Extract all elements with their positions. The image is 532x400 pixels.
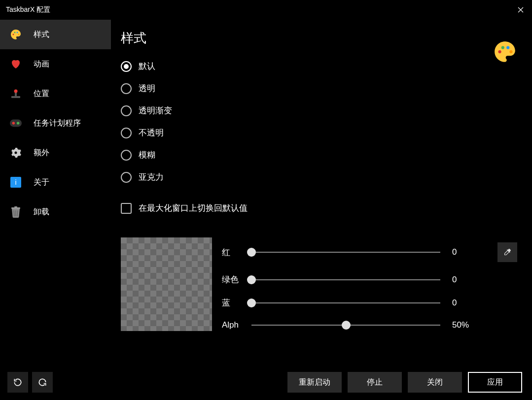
info-icon: i bbox=[10, 176, 22, 188]
slider-value-red: 0 bbox=[452, 247, 477, 257]
svg-point-19 bbox=[501, 46, 504, 49]
undo-button[interactable] bbox=[7, 372, 28, 393]
sidebar-item-label: 关于 bbox=[34, 177, 49, 188]
radio-opaque[interactable]: 不透明 bbox=[121, 127, 517, 138]
radio-acrylic[interactable]: 亚克力 bbox=[121, 171, 517, 183]
checkbox-switch-on-maximize[interactable]: 在最大化窗口上切换回默认值 bbox=[121, 202, 517, 214]
palette-icon bbox=[10, 29, 22, 40]
svg-point-10 bbox=[15, 152, 17, 154]
slider-green[interactable] bbox=[251, 279, 440, 280]
checkbox-icon bbox=[121, 203, 132, 214]
slider-label-blue: 蓝 bbox=[222, 297, 246, 308]
svg-point-0 bbox=[13, 34, 14, 35]
stop-button[interactable]: 停止 bbox=[348, 372, 402, 393]
radio-label: 亚克力 bbox=[139, 171, 164, 183]
checkbox-label: 在最大化窗口上切换回默认值 bbox=[139, 202, 248, 214]
undo-icon bbox=[13, 377, 23, 387]
slider-alpha[interactable] bbox=[251, 325, 440, 326]
sidebar-item-extra[interactable]: 额外 bbox=[0, 138, 111, 167]
svg-point-21 bbox=[509, 50, 512, 53]
svg-point-3 bbox=[18, 34, 20, 35]
svg-point-18 bbox=[498, 50, 501, 53]
sidebar-item-label: 卸载 bbox=[34, 207, 49, 217]
slider-label-red: 红 bbox=[222, 247, 246, 258]
radio-label: 模糊 bbox=[139, 149, 155, 161]
apply-button[interactable]: 应用 bbox=[468, 372, 522, 393]
joystick-icon bbox=[10, 88, 22, 100]
radio-label: 不透明 bbox=[139, 127, 164, 138]
eyedropper-button[interactable] bbox=[497, 242, 517, 262]
slider-value-blue: 0 bbox=[452, 298, 477, 308]
main-panel: 样式 默认 透明 透明渐变 不透明 模糊 bbox=[111, 20, 532, 400]
sidebar: 样式 动画 位置 任务计划程序 bbox=[0, 20, 111, 400]
sidebar-item-position[interactable]: 位置 bbox=[0, 79, 111, 108]
svg-text:i: i bbox=[15, 178, 16, 186]
sidebar-item-label: 位置 bbox=[34, 89, 49, 99]
page-title: 样式 bbox=[121, 30, 517, 47]
close-icon bbox=[518, 7, 524, 13]
slider-label-green: 绿色 bbox=[222, 274, 246, 285]
sidebar-item-about[interactable]: i 关于 bbox=[0, 167, 111, 197]
heart-icon bbox=[10, 58, 22, 70]
radio-circle-icon bbox=[121, 128, 132, 138]
svg-point-6 bbox=[14, 90, 18, 93]
slider-red[interactable] bbox=[251, 252, 440, 253]
sidebar-item-label: 任务计划程序 bbox=[34, 118, 81, 129]
titlebar: TaskbarX 配置 bbox=[0, 0, 532, 20]
radio-default[interactable]: 默认 bbox=[121, 61, 517, 72]
close-app-button[interactable]: 关闭 bbox=[408, 372, 462, 393]
slider-label-alpha: Alph bbox=[222, 320, 246, 330]
svg-point-8 bbox=[12, 122, 15, 125]
radio-label: 透明 bbox=[139, 83, 155, 94]
refresh-icon bbox=[37, 377, 47, 387]
radio-blur[interactable]: 模糊 bbox=[121, 149, 517, 161]
sidebar-item-uninstall[interactable]: 卸载 bbox=[0, 197, 111, 227]
slider-blue[interactable] bbox=[251, 302, 440, 303]
trash-icon bbox=[10, 206, 22, 218]
radio-circle-icon bbox=[121, 105, 132, 116]
svg-rect-14 bbox=[14, 206, 17, 207]
svg-rect-13 bbox=[11, 207, 20, 209]
svg-point-9 bbox=[17, 122, 20, 125]
color-preview bbox=[121, 237, 212, 331]
radio-circle-icon bbox=[121, 83, 132, 94]
sidebar-item-scheduler[interactable]: 任务计划程序 bbox=[0, 108, 111, 138]
radio-transparent[interactable]: 透明 bbox=[121, 83, 517, 94]
window-title: TaskbarX 配置 bbox=[6, 5, 50, 14]
radio-circle-icon bbox=[121, 172, 132, 183]
sidebar-item-style[interactable]: 样式 bbox=[0, 20, 111, 49]
slider-value-green: 0 bbox=[452, 275, 477, 285]
sidebar-item-label: 动画 bbox=[34, 59, 49, 69]
sidebar-item-label: 额外 bbox=[34, 148, 49, 158]
close-button[interactable] bbox=[509, 0, 532, 20]
svg-point-20 bbox=[506, 46, 509, 49]
refresh-button[interactable] bbox=[32, 372, 53, 393]
svg-rect-7 bbox=[10, 120, 22, 127]
scheduler-icon bbox=[10, 117, 22, 129]
style-radio-group: 默认 透明 透明渐变 不透明 模糊 亚克力 bbox=[121, 61, 517, 183]
radio-transparent-gradient[interactable]: 透明渐变 bbox=[121, 105, 517, 116]
radio-label: 默认 bbox=[139, 61, 155, 72]
radio-label: 透明渐变 bbox=[139, 105, 172, 116]
radio-circle-icon bbox=[121, 150, 132, 161]
sidebar-item-animation[interactable]: 动画 bbox=[0, 49, 111, 79]
restart-button[interactable]: 重新启动 bbox=[287, 372, 342, 393]
palette-large-icon bbox=[493, 39, 517, 66]
eyedropper-icon bbox=[503, 248, 512, 257]
svg-point-2 bbox=[17, 32, 18, 33]
svg-point-1 bbox=[14, 32, 16, 33]
radio-circle-icon bbox=[121, 61, 132, 72]
gear-icon bbox=[10, 147, 22, 159]
sidebar-item-label: 样式 bbox=[34, 30, 49, 40]
slider-value-alpha: 50% bbox=[452, 320, 477, 330]
